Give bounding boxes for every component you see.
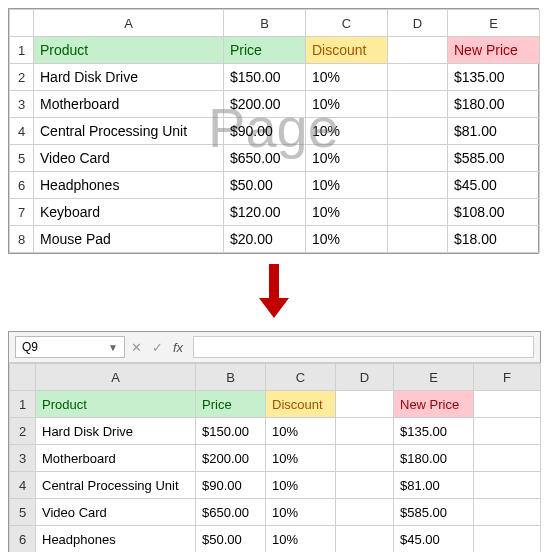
- cell-discount[interactable]: 10%: [266, 418, 336, 445]
- cell-price[interactable]: $150.00: [196, 418, 266, 445]
- cell-price[interactable]: $50.00: [224, 172, 306, 199]
- cell-product[interactable]: Hard Disk Drive: [36, 418, 196, 445]
- row-header[interactable]: 4: [10, 472, 36, 499]
- row-header[interactable]: 3: [10, 445, 36, 472]
- col-header[interactable]: C: [266, 364, 336, 391]
- row-header[interactable]: 6: [10, 526, 36, 553]
- name-box[interactable]: Q9 ▼: [15, 336, 125, 358]
- cell-empty[interactable]: [474, 499, 541, 526]
- cell-new-price[interactable]: $180.00: [394, 445, 474, 472]
- row-header[interactable]: 4: [10, 118, 34, 145]
- row-header[interactable]: 2: [10, 418, 36, 445]
- cell-empty[interactable]: [388, 226, 448, 253]
- cell-discount[interactable]: 10%: [306, 91, 388, 118]
- col-header[interactable]: A: [34, 10, 224, 37]
- cell-product[interactable]: Hard Disk Drive: [34, 64, 224, 91]
- cell-new-price[interactable]: $81.00: [394, 472, 474, 499]
- cell-new-price[interactable]: $585.00: [448, 145, 540, 172]
- cell-empty[interactable]: [388, 199, 448, 226]
- cell-new-price[interactable]: $18.00: [448, 226, 540, 253]
- cell-discount[interactable]: 10%: [266, 499, 336, 526]
- confirm-icon[interactable]: ✓: [152, 340, 163, 355]
- row-header[interactable]: 8: [10, 226, 34, 253]
- col-header[interactable]: D: [388, 10, 448, 37]
- cell-product[interactable]: Headphones: [34, 172, 224, 199]
- cell-empty[interactable]: [388, 64, 448, 91]
- col-header[interactable]: C: [306, 10, 388, 37]
- row-header[interactable]: 1: [10, 37, 34, 64]
- col-header[interactable]: B: [224, 10, 306, 37]
- cell-price[interactable]: $20.00: [224, 226, 306, 253]
- col-header[interactable]: E: [394, 364, 474, 391]
- cell-new-price[interactable]: $585.00: [394, 499, 474, 526]
- corner-cell[interactable]: [10, 364, 36, 391]
- cell-discount[interactable]: 10%: [266, 526, 336, 553]
- cell-price[interactable]: $90.00: [196, 472, 266, 499]
- header-price[interactable]: Price: [224, 37, 306, 64]
- header-discount[interactable]: Discount: [306, 37, 388, 64]
- cell-price[interactable]: $50.00: [196, 526, 266, 553]
- cell-discount[interactable]: 10%: [266, 445, 336, 472]
- cell-product[interactable]: Motherboard: [36, 445, 196, 472]
- cell-new-price[interactable]: $108.00: [448, 199, 540, 226]
- cell-empty[interactable]: [474, 472, 541, 499]
- col-header[interactable]: D: [336, 364, 394, 391]
- cell-new-price[interactable]: $81.00: [448, 118, 540, 145]
- cell-price[interactable]: $90.00: [224, 118, 306, 145]
- cell-empty[interactable]: [474, 526, 541, 553]
- cell-new-price[interactable]: $180.00: [448, 91, 540, 118]
- cell-empty[interactable]: [336, 499, 394, 526]
- cell-new-price[interactable]: $45.00: [448, 172, 540, 199]
- cell-new-price[interactable]: $45.00: [394, 526, 474, 553]
- cell-empty[interactable]: [336, 418, 394, 445]
- cell-empty[interactable]: [474, 445, 541, 472]
- row-header[interactable]: 5: [10, 499, 36, 526]
- header-product[interactable]: Product: [34, 37, 224, 64]
- row-header[interactable]: 7: [10, 199, 34, 226]
- cell-discount[interactable]: 10%: [306, 145, 388, 172]
- cell-empty[interactable]: [388, 145, 448, 172]
- header-discount[interactable]: Discount: [266, 391, 336, 418]
- cell-empty[interactable]: [474, 418, 541, 445]
- cell-new-price[interactable]: $135.00: [448, 64, 540, 91]
- cell-empty[interactable]: [336, 391, 394, 418]
- cell-product[interactable]: Mouse Pad: [34, 226, 224, 253]
- cell-price[interactable]: $650.00: [196, 499, 266, 526]
- cell-price[interactable]: $200.00: [224, 91, 306, 118]
- col-header[interactable]: F: [474, 364, 541, 391]
- col-header[interactable]: A: [36, 364, 196, 391]
- cell-empty[interactable]: [336, 526, 394, 553]
- cell-product[interactable]: Keyboard: [34, 199, 224, 226]
- header-new-price[interactable]: New Price: [394, 391, 474, 418]
- cell-new-price[interactable]: $135.00: [394, 418, 474, 445]
- header-product[interactable]: Product: [36, 391, 196, 418]
- row-header[interactable]: 2: [10, 64, 34, 91]
- cell-empty[interactable]: [474, 391, 541, 418]
- cell-discount[interactable]: 10%: [306, 64, 388, 91]
- cell-product[interactable]: Motherboard: [34, 91, 224, 118]
- row-header[interactable]: 1: [10, 391, 36, 418]
- cell-empty[interactable]: [388, 37, 448, 64]
- col-header[interactable]: B: [196, 364, 266, 391]
- cell-product[interactable]: Video Card: [34, 145, 224, 172]
- header-new-price[interactable]: New Price: [448, 37, 540, 64]
- cell-price[interactable]: $650.00: [224, 145, 306, 172]
- cell-empty[interactable]: [336, 472, 394, 499]
- cell-empty[interactable]: [336, 445, 394, 472]
- cell-discount[interactable]: 10%: [306, 226, 388, 253]
- row-header[interactable]: 6: [10, 172, 34, 199]
- cell-empty[interactable]: [388, 172, 448, 199]
- cell-product[interactable]: Central Processing Unit: [36, 472, 196, 499]
- cell-discount[interactable]: 10%: [306, 199, 388, 226]
- cell-product[interactable]: Central Processing Unit: [34, 118, 224, 145]
- cell-product[interactable]: Video Card: [36, 499, 196, 526]
- row-header[interactable]: 5: [10, 145, 34, 172]
- cell-product[interactable]: Headphones: [36, 526, 196, 553]
- corner-cell[interactable]: [10, 10, 34, 37]
- cell-empty[interactable]: [388, 118, 448, 145]
- cell-price[interactable]: $150.00: [224, 64, 306, 91]
- header-price[interactable]: Price: [196, 391, 266, 418]
- cell-discount[interactable]: 10%: [266, 472, 336, 499]
- formula-input[interactable]: [193, 336, 534, 358]
- cell-price[interactable]: $120.00: [224, 199, 306, 226]
